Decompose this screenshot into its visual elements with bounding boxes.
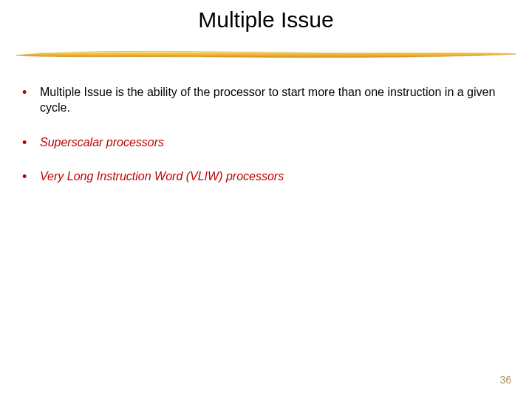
list-item-text: Superscalar processors: [40, 135, 510, 151]
brush-underline-icon: [15, 49, 517, 59]
slide: Multiple Issue • Multiple Issue is the a…: [0, 0, 532, 399]
list-item: • Multiple Issue is the ability of the p…: [22, 85, 510, 116]
page-title: Multiple Issue: [0, 7, 532, 33]
bullet-list: • Multiple Issue is the ability of the p…: [22, 85, 510, 204]
bullet-icon: •: [22, 169, 40, 185]
title-divider: [15, 49, 517, 59]
bullet-icon: •: [22, 85, 40, 116]
bullet-icon: •: [22, 135, 40, 151]
list-item-text: Very Long Instruction Word (VLIW) proces…: [40, 169, 510, 185]
page-number: 36: [499, 374, 511, 386]
list-item: • Very Long Instruction Word (VLIW) proc…: [22, 169, 510, 185]
list-item-text: Multiple Issue is the ability of the pro…: [40, 85, 510, 116]
list-item: • Superscalar processors: [22, 135, 510, 151]
